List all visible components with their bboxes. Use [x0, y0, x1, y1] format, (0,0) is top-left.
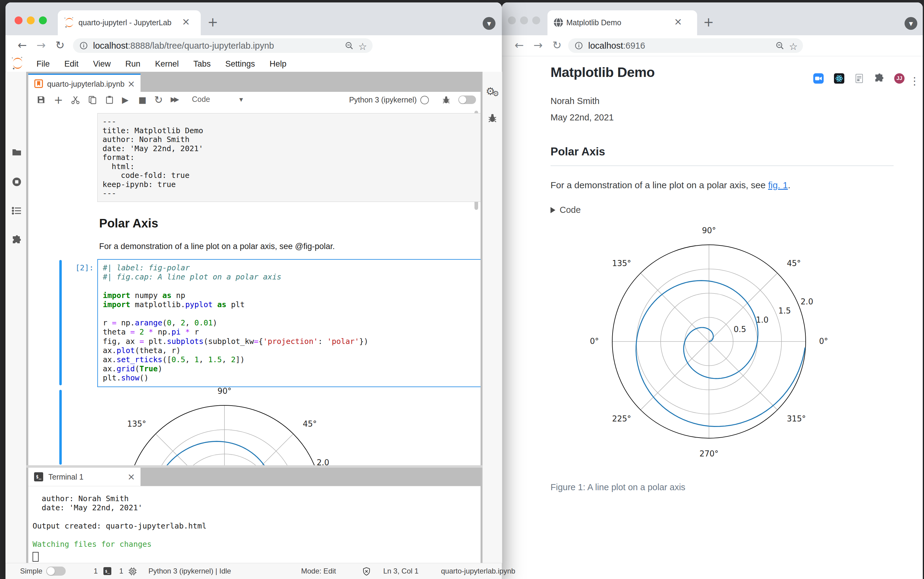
site-info-icon[interactable]: [575, 42, 583, 51]
reload-icon[interactable]: ↻: [56, 39, 64, 51]
terminal-tab-label: Terminal 1: [48, 473, 83, 481]
reload-icon[interactable]: ↻: [552, 39, 561, 51]
close-window-button[interactable]: [508, 16, 516, 25]
tab-search-button[interactable]: ▾: [904, 17, 917, 30]
terminal-count-icon[interactable]: $_: [103, 567, 111, 575]
svg-text:2.0: 2.0: [801, 297, 813, 306]
jupyter-favicon: [63, 16, 75, 30]
menu-item[interactable]: Settings: [218, 59, 262, 69]
forward-icon[interactable]: →: [36, 39, 46, 51]
figure-link[interactable]: fig. 1: [768, 180, 788, 190]
maximize-window-button[interactable]: [532, 16, 540, 25]
close-tab-icon[interactable]: ×: [674, 16, 682, 27]
markdown-heading: Polar Axis: [99, 216, 158, 230]
url-path: :6916: [623, 41, 645, 51]
notebook-toolbar: + ▶ ■ ↻ ▶▶ Code ▾ Python 3 (ipykernel): [28, 92, 481, 108]
page-title: Matplotlib Demo: [551, 64, 654, 80]
bookmark-star-icon[interactable]: ☆: [789, 41, 798, 52]
terminal-dock-tab[interactable]: $_ Terminal 1 ×: [28, 468, 141, 486]
disclosure-triangle-icon: [551, 207, 555, 213]
cut-cells-icon[interactable]: [71, 95, 80, 106]
jupyterlab-menubar: FileEditViewRunKernelTabsSettingsHelp: [5, 56, 502, 72]
copy-cells-icon[interactable]: [88, 95, 97, 106]
cell-collapser[interactable]: [59, 260, 62, 385]
stop-kernel-icon[interactable]: ■: [138, 95, 146, 105]
restart-kernel-icon[interactable]: ↻: [154, 94, 163, 106]
svg-text:180°: 180°: [590, 337, 599, 346]
minimize-window-button[interactable]: [520, 16, 528, 25]
close-window-button[interactable]: [15, 16, 23, 25]
forward-icon[interactable]: →: [533, 39, 543, 51]
zoom-out-page-icon[interactable]: [345, 41, 353, 51]
kernel-status-icon: [420, 96, 429, 104]
simple-mode-toggle[interactable]: [46, 566, 66, 576]
notebook-dock-tab[interactable]: quarto-jupyterlab.ipynb ×: [28, 74, 141, 93]
minimize-window-button[interactable]: [27, 16, 35, 25]
debugger-bug-icon[interactable]: [442, 95, 450, 105]
menu-item[interactable]: Run: [118, 59, 148, 69]
menu-item[interactable]: View: [86, 59, 118, 69]
tab-strip: Matplotlib Demo × + ▾: [502, 2, 923, 35]
run-all-icon[interactable]: ▶▶: [171, 95, 177, 103]
close-tab-icon[interactable]: ×: [182, 16, 190, 27]
new-tab-button[interactable]: +: [703, 15, 714, 29]
running-kernels-icon[interactable]: [11, 177, 22, 188]
extension-manager-icon[interactable]: [11, 235, 22, 247]
close-tab-icon[interactable]: ×: [128, 79, 135, 89]
output-collapser[interactable]: [59, 390, 62, 465]
collaborative-toggle[interactable]: [458, 95, 476, 104]
dock-splitter[interactable]: [26, 465, 482, 468]
article-paragraph: For a demonstration of a line plot on a …: [551, 180, 790, 190]
browser-menu-icon[interactable]: ⋮: [909, 75, 920, 87]
bookmark-star-icon[interactable]: ☆: [358, 41, 367, 52]
yaml-raw-cell[interactable]: ---title: Matplotlib Demoauthor: Norah S…: [97, 113, 481, 202]
svg-text:45°: 45°: [787, 259, 801, 268]
zoom-out-page-icon[interactable]: [775, 41, 784, 51]
paste-cells-icon[interactable]: [105, 95, 114, 106]
table-of-contents-icon[interactable]: [11, 206, 22, 217]
url-bar[interactable]: localhost:6916 ☆: [568, 38, 803, 53]
menu-item[interactable]: Edit: [57, 59, 86, 69]
cell-type-value: Code: [192, 95, 210, 104]
add-cell-icon[interactable]: +: [54, 94, 63, 106]
property-inspector-gear-icon[interactable]: ⚙⚙: [486, 85, 499, 98]
kernel-name-label[interactable]: Python 3 (ipykernel): [349, 95, 417, 104]
browser-tab[interactable]: Matplotlib Demo ×: [548, 10, 697, 35]
menu-item[interactable]: File: [29, 59, 57, 69]
close-tab-icon[interactable]: ×: [128, 471, 135, 482]
tab-strip: quarto-jupyterl - JupyterLab × + ▾: [5, 2, 502, 35]
svg-text:270°: 270°: [700, 449, 719, 458]
maximize-window-button[interactable]: [39, 16, 47, 25]
url-path: :8888/lab/tree/quarto-jupyterlab.ipynb: [128, 41, 274, 51]
back-icon[interactable]: ←: [515, 39, 524, 51]
run-cell-icon[interactable]: ▶: [122, 95, 129, 105]
menu-item[interactable]: Help: [262, 59, 294, 69]
tab-search-button[interactable]: ▾: [483, 17, 496, 30]
browser-toolbar: ← → ↻ localhost:6916 ☆ JJ ⋮: [502, 35, 923, 56]
file-browser-icon[interactable]: [11, 147, 22, 159]
cell-type-select[interactable]: Code ▾: [192, 95, 243, 104]
new-tab-button[interactable]: +: [208, 15, 218, 29]
debugger-bug-icon[interactable]: [487, 113, 497, 124]
menu-item[interactable]: Tabs: [186, 59, 218, 69]
code-fold-toggle[interactable]: Code: [551, 205, 581, 215]
url-bar[interactable]: localhost:8888/lab/tree/quarto-jupyterla…: [73, 38, 373, 53]
url-host: localhost: [588, 41, 623, 51]
browser-tab[interactable]: quarto-jupyterl - JupyterLab ×: [58, 10, 201, 35]
markdown-paragraph: For a demonstration of a line plot on a …: [99, 242, 335, 251]
svg-text:90°: 90°: [702, 226, 716, 235]
svg-text:0°: 0°: [819, 337, 828, 346]
statusbar-filename: quarto-jupyterlab.ipynb: [441, 563, 515, 579]
code-cell-editor[interactable]: #| label: fig-polar#| fig.cap: A line pl…: [97, 259, 481, 387]
figure-caption: Figure 1: A line plot on a polar axis: [551, 482, 685, 492]
kernel-status-text[interactable]: Python 3 (ipykernel) | Idle: [149, 563, 231, 579]
status-bar: Simple 1 $_ 1 Python 3 (ipykernel) | Idl…: [5, 563, 502, 579]
polar-plot-figure: 0°45°90°135°180°225°270°315°0.51.01.52.0: [590, 223, 828, 460]
site-info-icon[interactable]: [80, 42, 88, 51]
save-icon[interactable]: [37, 95, 45, 105]
cursor-position[interactable]: Ln 3, Col 1: [383, 563, 419, 579]
back-icon[interactable]: ←: [18, 39, 27, 51]
kernel-chip-icon[interactable]: [128, 567, 137, 577]
section-heading: Polar Axis: [551, 146, 894, 166]
menu-item[interactable]: Kernel: [148, 59, 186, 69]
